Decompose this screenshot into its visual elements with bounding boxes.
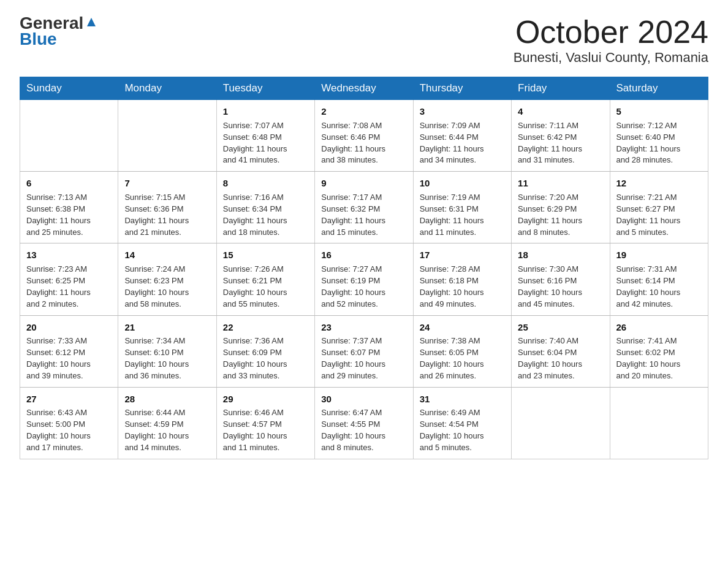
day-number: 28 — [124, 393, 210, 406]
day-info: Sunrise: 7:19 AM Sunset: 6:31 PM Dayligh… — [420, 192, 505, 238]
calendar-cell: 7Sunrise: 7:15 AM Sunset: 6:36 PM Daylig… — [118, 172, 216, 243]
day-info: Sunrise: 7:38 AM Sunset: 6:05 PM Dayligh… — [420, 335, 505, 381]
calendar-cell: 3Sunrise: 7:09 AM Sunset: 6:44 PM Daylig… — [413, 100, 511, 172]
header-thursday: Thursday — [413, 77, 511, 100]
day-info: Sunrise: 6:43 AM Sunset: 5:00 PM Dayligh… — [26, 407, 112, 453]
day-info: Sunrise: 6:46 AM Sunset: 4:57 PM Dayligh… — [223, 407, 308, 453]
day-info: Sunrise: 7:40 AM Sunset: 6:04 PM Dayligh… — [518, 335, 603, 381]
calendar-cell: 12Sunrise: 7:21 AM Sunset: 6:27 PM Dayli… — [610, 172, 708, 243]
day-info: Sunrise: 7:41 AM Sunset: 6:02 PM Dayligh… — [616, 335, 702, 381]
calendar-cell: 30Sunrise: 6:47 AM Sunset: 4:55 PM Dayli… — [315, 387, 413, 459]
calendar-cell: 23Sunrise: 7:37 AM Sunset: 6:07 PM Dayli… — [315, 315, 413, 387]
day-info: Sunrise: 7:20 AM Sunset: 6:29 PM Dayligh… — [518, 192, 603, 238]
calendar-cell: 31Sunrise: 6:49 AM Sunset: 4:54 PM Dayli… — [413, 387, 511, 459]
logo-triangle-icon — [85, 15, 98, 29]
calendar-cell: 25Sunrise: 7:40 AM Sunset: 6:04 PM Dayli… — [512, 315, 610, 387]
day-number: 29 — [223, 393, 308, 406]
day-info: Sunrise: 7:28 AM Sunset: 6:18 PM Dayligh… — [420, 264, 505, 310]
header-tuesday: Tuesday — [216, 77, 314, 100]
calendar-week-row: 13Sunrise: 7:23 AM Sunset: 6:25 PM Dayli… — [20, 243, 708, 315]
calendar-cell — [118, 100, 216, 172]
day-info: Sunrise: 7:11 AM Sunset: 6:42 PM Dayligh… — [518, 120, 603, 166]
calendar-cell: 2Sunrise: 7:08 AM Sunset: 6:46 PM Daylig… — [315, 100, 413, 172]
day-info: Sunrise: 7:17 AM Sunset: 6:32 PM Dayligh… — [321, 192, 406, 238]
calendar-week-row: 20Sunrise: 7:33 AM Sunset: 6:12 PM Dayli… — [20, 315, 708, 387]
header-monday: Monday — [118, 77, 216, 100]
day-number: 20 — [26, 321, 112, 334]
weekday-header-row: Sunday Monday Tuesday Wednesday Thursday… — [20, 77, 708, 100]
calendar-cell: 27Sunrise: 6:43 AM Sunset: 5:00 PM Dayli… — [20, 387, 118, 459]
day-info: Sunrise: 7:16 AM Sunset: 6:34 PM Dayligh… — [223, 192, 308, 238]
header-wednesday: Wednesday — [315, 77, 413, 100]
svg-marker-0 — [87, 18, 96, 26]
calendar-cell: 13Sunrise: 7:23 AM Sunset: 6:25 PM Dayli… — [20, 243, 118, 315]
day-number: 5 — [616, 105, 702, 118]
day-number: 10 — [420, 177, 505, 190]
page-header: General Blue October 2024 Bunesti, Vaslu… — [20, 15, 708, 66]
day-info: Sunrise: 7:07 AM Sunset: 6:48 PM Dayligh… — [223, 120, 308, 166]
calendar-cell: 1Sunrise: 7:07 AM Sunset: 6:48 PM Daylig… — [216, 100, 314, 172]
day-info: Sunrise: 7:23 AM Sunset: 6:25 PM Dayligh… — [26, 264, 112, 310]
header-friday: Friday — [512, 77, 610, 100]
day-number: 14 — [124, 248, 210, 262]
calendar-cell — [512, 387, 610, 459]
calendar-cell: 20Sunrise: 7:33 AM Sunset: 6:12 PM Dayli… — [20, 315, 118, 387]
day-number: 25 — [518, 321, 603, 334]
calendar-cell: 9Sunrise: 7:17 AM Sunset: 6:32 PM Daylig… — [315, 172, 413, 243]
day-number: 6 — [26, 177, 112, 190]
calendar-cell: 11Sunrise: 7:20 AM Sunset: 6:29 PM Dayli… — [512, 172, 610, 243]
calendar-week-row: 1Sunrise: 7:07 AM Sunset: 6:48 PM Daylig… — [20, 100, 708, 172]
day-number: 16 — [321, 248, 406, 262]
logo-text-blue: Blue — [20, 29, 57, 49]
day-info: Sunrise: 7:21 AM Sunset: 6:27 PM Dayligh… — [616, 192, 702, 238]
day-number: 9 — [321, 177, 406, 190]
location-title: Bunesti, Vaslui County, Romania — [514, 50, 708, 66]
day-info: Sunrise: 7:30 AM Sunset: 6:16 PM Dayligh… — [518, 264, 603, 310]
day-number: 3 — [420, 105, 505, 118]
day-number: 27 — [26, 393, 112, 406]
calendar-table: Sunday Monday Tuesday Wednesday Thursday… — [20, 77, 708, 459]
day-info: Sunrise: 7:26 AM Sunset: 6:21 PM Dayligh… — [223, 264, 308, 310]
day-number: 1 — [223, 105, 308, 118]
calendar-cell: 21Sunrise: 7:34 AM Sunset: 6:10 PM Dayli… — [118, 315, 216, 387]
calendar-cell: 5Sunrise: 7:12 AM Sunset: 6:40 PM Daylig… — [610, 100, 708, 172]
calendar-cell: 15Sunrise: 7:26 AM Sunset: 6:21 PM Dayli… — [216, 243, 314, 315]
day-number: 15 — [223, 248, 308, 262]
day-info: Sunrise: 6:47 AM Sunset: 4:55 PM Dayligh… — [321, 407, 406, 453]
calendar-week-row: 27Sunrise: 6:43 AM Sunset: 5:00 PM Dayli… — [20, 387, 708, 459]
day-number: 30 — [321, 393, 406, 406]
title-area: October 2024 Bunesti, Vaslui County, Rom… — [514, 15, 708, 66]
day-number: 7 — [124, 177, 210, 190]
calendar-cell: 17Sunrise: 7:28 AM Sunset: 6:18 PM Dayli… — [413, 243, 511, 315]
calendar-cell: 24Sunrise: 7:38 AM Sunset: 6:05 PM Dayli… — [413, 315, 511, 387]
day-number: 23 — [321, 321, 406, 334]
day-number: 24 — [420, 321, 505, 334]
calendar-week-row: 6Sunrise: 7:13 AM Sunset: 6:38 PM Daylig… — [20, 172, 708, 243]
day-number: 17 — [420, 248, 505, 262]
calendar-cell — [610, 387, 708, 459]
calendar-cell: 29Sunrise: 6:46 AM Sunset: 4:57 PM Dayli… — [216, 387, 314, 459]
day-number: 13 — [26, 248, 112, 262]
day-info: Sunrise: 6:49 AM Sunset: 4:54 PM Dayligh… — [420, 407, 505, 453]
day-number: 31 — [420, 393, 505, 406]
month-title: October 2024 — [514, 15, 708, 50]
logo: General Blue — [20, 15, 98, 49]
day-info: Sunrise: 7:37 AM Sunset: 6:07 PM Dayligh… — [321, 335, 406, 381]
day-info: Sunrise: 7:34 AM Sunset: 6:10 PM Dayligh… — [124, 335, 210, 381]
day-info: Sunrise: 7:33 AM Sunset: 6:12 PM Dayligh… — [26, 335, 112, 381]
day-info: Sunrise: 7:36 AM Sunset: 6:09 PM Dayligh… — [223, 335, 308, 381]
day-number: 8 — [223, 177, 308, 190]
day-info: Sunrise: 7:27 AM Sunset: 6:19 PM Dayligh… — [321, 264, 406, 310]
header-saturday: Saturday — [610, 77, 708, 100]
day-number: 22 — [223, 321, 308, 334]
calendar-cell: 4Sunrise: 7:11 AM Sunset: 6:42 PM Daylig… — [512, 100, 610, 172]
calendar-cell: 8Sunrise: 7:16 AM Sunset: 6:34 PM Daylig… — [216, 172, 314, 243]
day-info: Sunrise: 7:12 AM Sunset: 6:40 PM Dayligh… — [616, 120, 702, 166]
day-number: 11 — [518, 177, 603, 190]
day-info: Sunrise: 7:13 AM Sunset: 6:38 PM Dayligh… — [26, 192, 112, 238]
calendar-cell: 28Sunrise: 6:44 AM Sunset: 4:59 PM Dayli… — [118, 387, 216, 459]
day-number: 4 — [518, 105, 603, 118]
calendar-cell — [20, 100, 118, 172]
day-info: Sunrise: 7:15 AM Sunset: 6:36 PM Dayligh… — [124, 192, 210, 238]
calendar-cell: 10Sunrise: 7:19 AM Sunset: 6:31 PM Dayli… — [413, 172, 511, 243]
